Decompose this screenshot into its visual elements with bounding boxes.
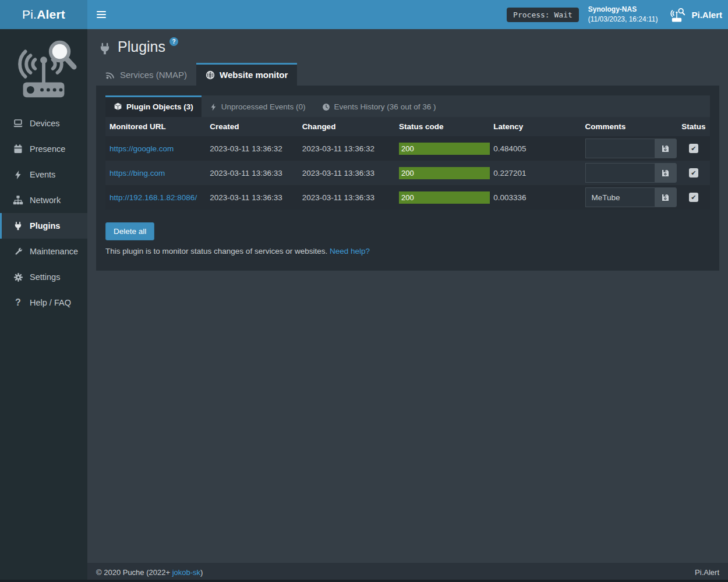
comment-editor <box>585 187 677 207</box>
sidebar-item-label: Maintenance <box>30 247 78 256</box>
plugin-object-tabs: Plugin Objects (3) Unprocessed Events (0… <box>105 95 710 117</box>
save-comment-button[interactable] <box>655 187 677 207</box>
tab-label: Plugin Objects (3) <box>126 102 193 111</box>
status-code-bar: 200 <box>399 167 490 179</box>
process-status-badge: Process: Wait <box>507 8 579 22</box>
sidebar-item-label: Settings <box>30 272 60 282</box>
col-status-code: Status code <box>395 117 489 136</box>
need-help-link[interactable]: Need help? <box>330 247 370 255</box>
footer-credit-text: © 2020 Puche (2022+ <box>96 568 172 577</box>
comment-input[interactable] <box>585 163 655 183</box>
plug-icon <box>13 221 23 231</box>
sidebar: Devices Presence Events Network Plugins <box>0 29 87 582</box>
save-comment-button[interactable] <box>655 163 677 183</box>
globe-icon <box>206 70 215 80</box>
monitored-url-link[interactable]: https://bing.com <box>109 169 165 178</box>
col-changed: Changed <box>298 117 395 136</box>
col-latency: Latency <box>489 117 581 136</box>
delete-all-button[interactable]: Delete all <box>105 222 154 240</box>
sidebar-item-label: Help / FAQ <box>30 298 71 307</box>
status-checkbox[interactable]: ✔ <box>689 144 698 153</box>
sitemap-icon <box>13 195 23 205</box>
sidebar-item-presence[interactable]: Presence <box>0 136 87 162</box>
jokob-sk-link[interactable]: jokob-sk <box>172 568 200 577</box>
comment-input[interactable] <box>585 187 655 207</box>
sidebar-item-plugins[interactable]: Plugins <box>0 213 87 239</box>
laptop-icon <box>13 118 23 129</box>
gear-icon <box>13 272 23 282</box>
app-logo[interactable]: Pi.Alert <box>0 0 87 29</box>
host-info: Synology-NAS (11/03/2023, 16:24:11) <box>588 5 658 24</box>
top-navbar: Pi.Alert Process: Wait Synology-NAS (11/… <box>0 0 728 29</box>
tab-unprocessed-events[interactable]: Unprocessed Events (0) <box>202 95 314 117</box>
sidebar-item-label: Presence <box>30 144 65 154</box>
table-row: http://192.168.1.82:8086/ 2023-03-11 13:… <box>105 185 710 210</box>
navbar-brand-text: Pi.Alert <box>691 10 722 20</box>
signal-icon <box>105 70 115 80</box>
page-title-text: Plugins <box>118 38 165 55</box>
created-value: 2023-03-11 13:36:33 <box>210 169 282 178</box>
question-icon: ? <box>13 297 23 308</box>
wrench-icon <box>13 246 23 257</box>
plugin-objects-table: Monitored URL Created Changed Status cod… <box>105 117 710 210</box>
sidebar-item-help-faq[interactable]: ? Help / FAQ <box>0 290 87 315</box>
tab-label: Services (NMAP) <box>120 70 187 80</box>
app-logo-text: Pi.Alert <box>22 8 65 22</box>
tab-website-monitor[interactable]: Website monitor <box>196 63 297 86</box>
changed-value: 2023-03-11 13:36:33 <box>302 193 374 202</box>
hamburger-menu-icon[interactable] <box>87 0 115 29</box>
status-checkbox[interactable]: ✔ <box>689 193 698 202</box>
col-created: Created <box>206 117 298 136</box>
router-search-logo <box>9 36 78 101</box>
comment-editor <box>585 163 677 183</box>
status-code-bar: 200 <box>399 191 490 204</box>
plugin-tabs: Services (NMAP) Website monitor <box>96 63 719 86</box>
footer-brand: Pi.Alert <box>695 568 719 577</box>
sidebar-item-label: Network <box>30 196 61 205</box>
sidebar-menu: Devices Presence Events Network Plugins <box>0 111 87 315</box>
table-header-row: Monitored URL Created Changed Status cod… <box>105 117 710 136</box>
calendar-icon <box>13 144 23 154</box>
website-monitor-panel: Plugin Objects (3) Unprocessed Events (0… <box>96 86 719 271</box>
tab-plugin-objects[interactable]: Plugin Objects (3) <box>105 95 202 117</box>
col-comments: Comments <box>581 117 677 136</box>
main-content: Plugins ? Services (NMAP) Website monito… <box>87 29 728 563</box>
footer-credit-suffix: ) <box>200 568 203 577</box>
latency-value: 0.484005 <box>493 144 526 153</box>
sidebar-item-label: Plugins <box>30 221 60 230</box>
monitored-url-link[interactable]: http://192.168.1.82:8086/ <box>109 193 197 202</box>
navbar-brand[interactable]: Pi.Alert <box>667 6 722 23</box>
comment-editor <box>585 139 677 158</box>
sidebar-item-network[interactable]: Network <box>0 187 87 213</box>
sidebar-item-maintenance[interactable]: Maintenance <box>0 239 87 264</box>
title-help-badge[interactable]: ? <box>169 37 178 46</box>
tab-events-history[interactable]: Events History (36 out of 36 ) <box>314 95 444 117</box>
footer-credits: © 2020 Puche (2022+ jokob-sk) <box>96 568 203 577</box>
tab-label: Events History (36 out of 36 ) <box>334 102 436 111</box>
sidebar-item-label: Events <box>30 170 55 179</box>
changed-value: 2023-03-11 13:36:33 <box>302 169 374 178</box>
comment-input[interactable] <box>585 139 655 158</box>
col-status: Status <box>677 117 710 136</box>
created-value: 2023-03-11 13:36:32 <box>210 144 282 153</box>
table-row: https://google.com 2023-03-11 13:36:32 2… <box>105 136 710 161</box>
clock-icon <box>322 103 330 111</box>
latency-value: 0.003336 <box>493 193 526 202</box>
sidebar-item-events[interactable]: Events <box>0 162 87 187</box>
status-checkbox[interactable]: ✔ <box>689 168 698 178</box>
sidebar-item-settings[interactable]: Settings <box>0 264 87 290</box>
monitored-url-link[interactable]: https://google.com <box>109 144 174 153</box>
save-comment-button[interactable] <box>655 139 677 158</box>
status-code-bar: 200 <box>399 143 490 155</box>
plugin-description: This plugin is to monitor status changes… <box>105 247 710 255</box>
bolt-icon <box>210 103 217 111</box>
tab-services-nmap[interactable]: Services (NMAP) <box>96 63 196 86</box>
tab-label: Unprocessed Events (0) <box>221 102 306 111</box>
cube-icon <box>114 102 122 111</box>
plugin-description-text: This plugin is to monitor status changes… <box>105 247 327 255</box>
latency-value: 0.227201 <box>493 169 526 178</box>
host-timestamp: (11/03/2023, 16:24:11) <box>588 15 658 24</box>
page-title: Plugins ? <box>98 38 719 56</box>
sidebar-item-devices[interactable]: Devices <box>0 111 87 136</box>
save-icon <box>661 193 670 202</box>
